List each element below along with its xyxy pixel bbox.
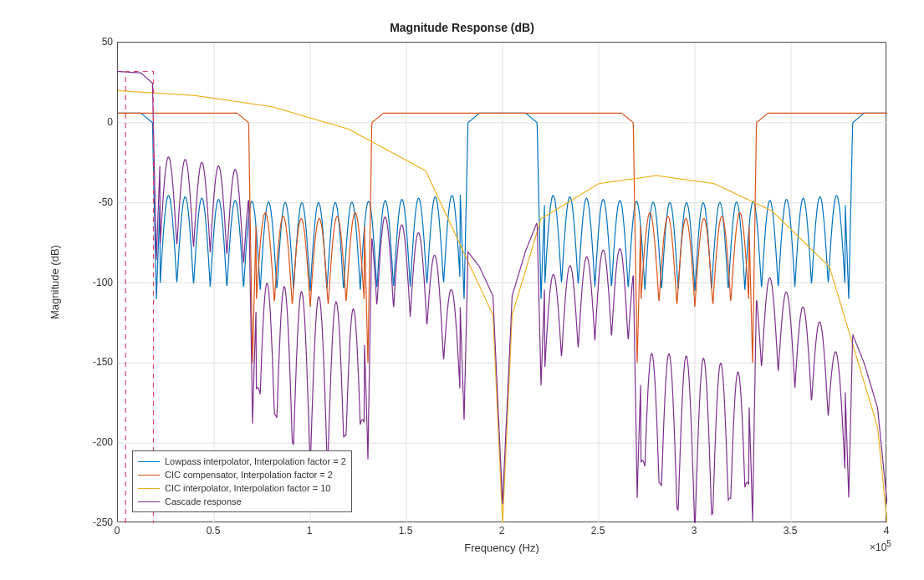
y-tick-label: -100 [84, 277, 113, 288]
legend-entry: Lowpass interpolator, Interpolation fact… [138, 455, 346, 468]
legend-swatch [138, 501, 160, 502]
legend-label: CIC compensator, Interpolation factor = … [165, 470, 333, 480]
x-tick-label: 2 [499, 525, 505, 537]
legend-label: Lowpass interpolator, Interpolation fact… [165, 456, 346, 466]
y-tick-label: -250 [84, 516, 113, 528]
legend-label: CIC interpolator, Interpolation factor =… [165, 483, 330, 493]
x-tick-label: 3 [692, 525, 697, 537]
x-tick-label: 1 [307, 525, 313, 537]
legend-swatch [138, 475, 160, 476]
y-tick-label: 0 [84, 116, 113, 128]
legend-swatch [138, 488, 160, 489]
x-axis-label: Frequency (Hz) [117, 542, 886, 554]
legend-label: Cascade response [165, 496, 242, 506]
legend-entry: CIC interpolator, Interpolation factor =… [138, 481, 346, 495]
y-tick-label: -50 [84, 196, 113, 208]
figure: Magnitude Response (dB) 00.511.522.533.5… [0, 0, 924, 580]
x-tick-label: 2.5 [591, 525, 605, 537]
x-tick-label: 4 [884, 525, 890, 537]
legend-entry: CIC compensator, Interpolation factor = … [138, 468, 346, 481]
legend-swatch [138, 461, 160, 462]
y-axis-label: Magnitude (dB) [46, 42, 63, 522]
legend[interactable]: Lowpass interpolator, Interpolation fact… [132, 450, 352, 512]
x-tick-label: 3.5 [784, 525, 798, 537]
x-axis-multiplier: ×105 [870, 539, 891, 553]
y-tick-label: 50 [84, 36, 113, 48]
y-tick-label: -150 [84, 356, 113, 368]
x-tick-label: 0 [115, 525, 120, 537]
x-tick-label: 0.5 [207, 525, 221, 537]
chart-title: Magnitude Response (dB) [0, 21, 924, 34]
legend-entry: Cascade response [138, 495, 346, 508]
x-tick-label: 1.5 [399, 525, 413, 537]
y-tick-label: -200 [84, 436, 113, 448]
